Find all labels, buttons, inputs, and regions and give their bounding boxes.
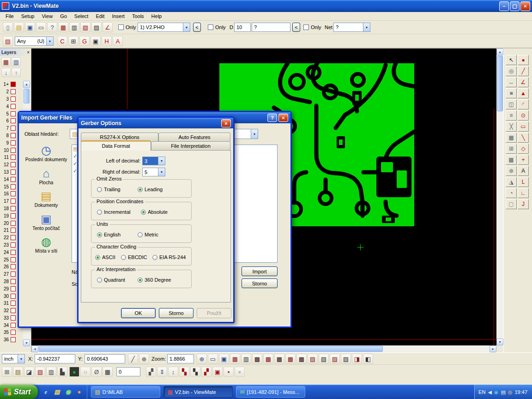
menu-item[interactable]: Help <box>148 12 166 20</box>
layer-color-swatch[interactable] <box>11 148 16 153</box>
radio-icon[interactable] <box>97 210 102 215</box>
layer-down-icon[interactable]: ↓ <box>1 68 11 77</box>
left-of-decimal-combo[interactable]: 3 ▼ <box>142 157 165 165</box>
dcode-highlight-icon[interactable]: ▦ <box>58 22 68 32</box>
cancel-button[interactable]: Storno <box>159 308 193 318</box>
layer-color-swatch[interactable] <box>11 111 16 116</box>
clock[interactable]: 19:47 <box>514 389 527 395</box>
maximize-button[interactable]: ▢ <box>510 1 520 11</box>
radio-absolute[interactable]: Absolute <box>141 209 168 215</box>
task-message[interactable]: ✉ [191-482-091] - Mess... <box>236 386 305 398</box>
rotate-icon[interactable]: ◮ <box>506 177 517 187</box>
scrollbar-thumb[interactable] <box>497 56 503 111</box>
radio-icon[interactable] <box>121 255 126 260</box>
horizontal-scrollbar[interactable]: ◄ ► <box>31 345 496 352</box>
layer-color-swatch[interactable] <box>11 104 16 109</box>
pad-pattern-icon-5[interactable]: ▪ <box>224 367 234 377</box>
layer-table-icon[interactable]: ▨ <box>91 22 102 32</box>
layer-color-swatch[interactable] <box>11 301 16 306</box>
layer-color-swatch[interactable] <box>11 279 16 284</box>
layers-panel-close-icon[interactable]: × <box>27 50 30 55</box>
place-desktop[interactable]: ⌂ Plocha <box>23 168 70 186</box>
compare-icon-1[interactable]: ◨ <box>352 354 362 364</box>
radio-checked-icon[interactable] <box>95 255 100 260</box>
place-network[interactable]: ◍ Místa v síti <box>23 236 70 254</box>
negative-icon-3[interactable]: ▨ <box>330 354 340 364</box>
negative-icon-1[interactable]: ▨ <box>308 354 318 364</box>
letter-l-tool-icon[interactable]: L <box>518 177 529 187</box>
add-line-icon[interactable]: ╱ <box>518 66 529 76</box>
layer-color-swatch[interactable] <box>11 118 16 123</box>
layer-list-icon[interactable]: ▥ <box>12 57 21 66</box>
select-mode-combo[interactable]: Any (U) ▼ <box>15 36 54 46</box>
layer-color-swatch[interactable] <box>11 257 16 262</box>
radio-incremental[interactable]: Incremental <box>97 209 130 215</box>
layer-row[interactable]: 3 <box>0 96 23 103</box>
scroll-left-icon[interactable]: ◄ <box>31 345 38 352</box>
diameter-icon[interactable]: Ø <box>91 367 102 377</box>
select-filter-icon[interactable]: ▨ <box>3 36 13 46</box>
tab-auto-features[interactable]: Auto Features <box>158 133 230 141</box>
radio-360-degree[interactable]: 360 Degree <box>138 277 171 283</box>
radio-english[interactable]: English <box>97 232 121 237</box>
task-mlab[interactable]: ▤ D:\MLAB <box>91 386 160 398</box>
x-coordinate-field[interactable]: -0.942237 <box>35 354 75 363</box>
blank-tool-icon[interactable]: ▢ <box>506 199 517 209</box>
cut-icon[interactable]: ╳ <box>506 121 517 132</box>
new-file-icon[interactable]: ▯ <box>3 22 13 32</box>
layer-color-swatch[interactable] <box>11 177 16 182</box>
dcode-value-field[interactable]: 10 <box>234 23 251 32</box>
layer-up-icon[interactable]: ↑ <box>12 68 21 77</box>
table-icon[interactable]: ▥ <box>46 367 56 377</box>
film-icon-5[interactable]: ▩ <box>296 354 307 364</box>
vertical-scrollbar[interactable]: ▲ ▼ <box>496 48 503 345</box>
print-icon[interactable]: ▭ <box>36 22 46 32</box>
checkbox-icon[interactable] <box>208 24 213 30</box>
add-cross-icon[interactable]: + <box>518 155 529 165</box>
layer-row[interactable]: 36 <box>0 336 23 344</box>
add-diamond-icon[interactable]: ◇ <box>518 144 529 154</box>
menu-item[interactable]: Edit <box>92 12 108 20</box>
pad-pattern-icon-6[interactable]: ▫ <box>235 367 245 377</box>
dropdown-arrow-icon[interactable]: ▼ <box>158 168 165 176</box>
select-net-icon[interactable]: ◎ <box>506 66 517 76</box>
layer-color-swatch[interactable] <box>11 133 16 138</box>
radio-trailing[interactable]: Trailing <box>97 187 121 192</box>
close-button[interactable]: × <box>278 114 288 122</box>
text-marker-icon[interactable]: A <box>113 36 123 46</box>
add-elbow-line-icon[interactable]: ∠ <box>518 77 529 87</box>
radio-leading[interactable]: Leading <box>138 187 163 192</box>
film-settings-icon[interactable]: ▧ <box>80 22 91 32</box>
layer-row[interactable]: 4 <box>0 103 23 110</box>
add-arc-icon[interactable]: ◜ <box>518 99 529 109</box>
layer-color-swatch[interactable] <box>11 337 16 342</box>
cancel-button[interactable]: Storno <box>242 278 278 288</box>
browser-icon[interactable]: ● <box>75 388 83 396</box>
folder-shortcut-icon[interactable]: ▤ <box>53 388 61 396</box>
radio-ebcdic[interactable]: EBCDIC <box>121 254 147 260</box>
radio-quadrant[interactable]: Quadrant <box>97 277 125 283</box>
film-icon-2[interactable]: ▩ <box>263 354 273 364</box>
language-indicator[interactable]: EN <box>478 389 485 395</box>
start-button[interactable]: Start <box>0 385 38 399</box>
layer-row[interactable]: 2 <box>0 88 23 96</box>
layer-grid-icon[interactable]: ▦ <box>1 57 11 66</box>
settings-icon[interactable]: ⊛ <box>506 166 517 176</box>
radio-icon[interactable] <box>97 187 102 192</box>
prev-dcode-button[interactable]: < <box>292 23 300 32</box>
layer-color-swatch[interactable] <box>11 82 16 87</box>
mirror-icon[interactable]: ◫ <box>506 99 517 109</box>
radio-ascii[interactable]: ASCII <box>95 254 115 260</box>
zoom-selection-icon[interactable]: ◔ <box>506 188 517 198</box>
prev-layer-button[interactable]: < <box>193 23 201 32</box>
dropdown-arrow-icon[interactable]: ▼ <box>158 157 165 165</box>
only-net-checkbox[interactable]: Only <box>303 24 321 30</box>
place-documents[interactable]: ▤ Dokumenty <box>23 190 70 208</box>
grid-dots-icon[interactable]: ▦ <box>230 354 240 364</box>
radio-icon[interactable] <box>138 232 143 237</box>
network-status-icon[interactable]: ◉ <box>494 389 499 395</box>
menu-item[interactable]: Go <box>56 12 71 20</box>
layer-color-swatch[interactable] <box>11 162 16 167</box>
scroll-right-icon[interactable]: ► <box>490 345 496 352</box>
clipboard-icon[interactable]: ▤ <box>13 367 23 377</box>
